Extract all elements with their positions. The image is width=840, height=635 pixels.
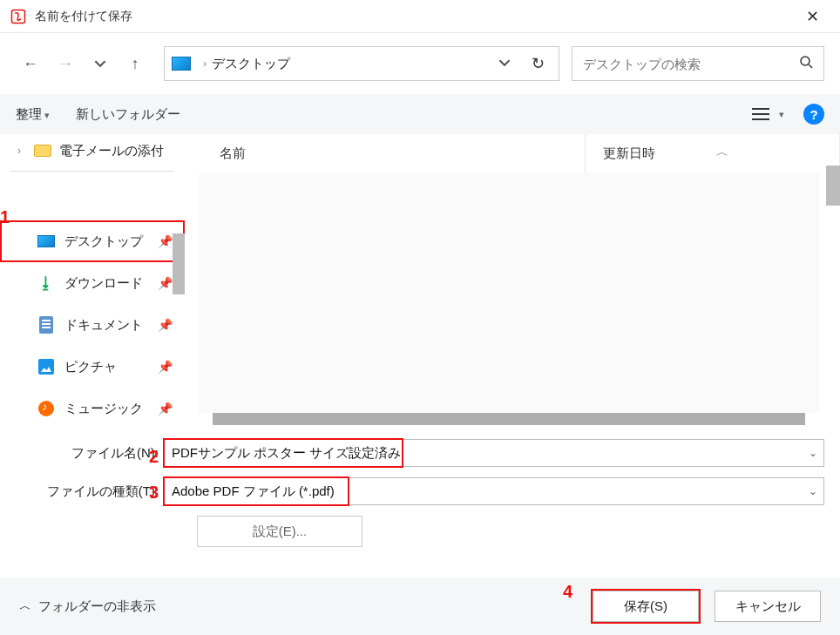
file-scrollbar-vertical[interactable]: [826, 166, 840, 206]
svg-point-1: [801, 57, 810, 65]
scroll-up-icon[interactable]: ︿: [716, 145, 728, 160]
save-button[interactable]: 保存(S): [593, 591, 699, 622]
chevron-right-icon: ›: [203, 57, 207, 70]
file-list-area[interactable]: [199, 172, 819, 413]
download-icon: ⭳: [38, 274, 54, 293]
help-button[interactable]: ?: [803, 104, 824, 125]
hide-folders-toggle[interactable]: ︿ フォルダーの非表示: [19, 598, 156, 615]
refresh-button[interactable]: ↻: [525, 54, 552, 73]
window-title: 名前を付けて保存: [35, 9, 795, 24]
chevron-up-icon: ︿: [19, 598, 31, 614]
filename-input[interactable]: PDFサンプル ポスター サイズ設定済み ⌄: [164, 439, 824, 467]
tree-label: 電子メールの添付: [59, 143, 164, 159]
view-mode-dropdown[interactable]: ▾: [779, 109, 784, 120]
search-icon: [799, 55, 813, 72]
pin-icon: 📌: [158, 234, 173, 248]
sidebar-item-downloads[interactable]: ⭳ ダウンロード 📌: [0, 262, 185, 304]
separator: [10, 171, 174, 172]
music-icon: [38, 401, 54, 416]
tree-item-email-attach[interactable]: › 電子メールの添付: [0, 134, 185, 167]
search-input[interactable]: [583, 57, 799, 71]
sidebar-item-documents[interactable]: ドキュメント 📌: [0, 304, 185, 346]
column-header-date[interactable]: 更新日時: [586, 145, 839, 162]
filename-value: PDFサンプル ポスター サイズ設定済み: [165, 445, 803, 462]
qa-label: ピクチャ: [64, 359, 117, 375]
search-box[interactable]: [572, 46, 824, 81]
mid-area: › 電子メールの添付 デスクトップ 📌 ⭳ ダウンロード 📌 ドキュメント 📌 …: [0, 134, 840, 430]
qa-label: ダウンロード: [64, 275, 143, 292]
column-header-name[interactable]: 名前: [185, 134, 586, 172]
up-button[interactable]: ↑: [120, 49, 150, 78]
recent-locations-button[interactable]: [85, 49, 115, 78]
filetype-value: Adobe PDF ファイル (*.pdf): [165, 483, 803, 500]
back-button[interactable]: ←: [16, 49, 45, 78]
filetype-select[interactable]: Adobe PDF ファイル (*.pdf) ⌄: [164, 477, 824, 505]
close-button[interactable]: ✕: [795, 7, 830, 26]
desktop-icon: [37, 235, 55, 247]
settings-button[interactable]: 設定(E)...: [197, 516, 362, 547]
svg-line-2: [809, 64, 812, 68]
filename-dropdown[interactable]: ⌄: [803, 447, 823, 459]
document-icon: [39, 316, 53, 334]
view-mode-button[interactable]: [749, 105, 772, 124]
toolbar: 整理 新しいフォルダー ▾ ?: [0, 94, 840, 134]
sidebar-item-pictures[interactable]: ピクチャ 📌: [0, 346, 185, 388]
location-text: デスクトップ: [212, 56, 484, 72]
qa-label: ドキュメント: [64, 317, 143, 334]
filetype-label: ファイルの種類(T):: [16, 483, 164, 500]
forward-button[interactable]: →: [51, 49, 80, 78]
pdf-app-icon: [10, 9, 26, 24]
sidebar-scrollbar[interactable]: [173, 233, 185, 294]
new-folder-button[interactable]: 新しいフォルダー: [76, 106, 180, 123]
nav-row: ← → ↑ › デスクトップ ↻: [0, 33, 840, 94]
folder-icon: [34, 145, 51, 157]
file-scrollbar-horizontal[interactable]: [213, 413, 805, 425]
pin-icon: 📌: [158, 360, 173, 374]
location-dropdown[interactable]: [491, 57, 518, 71]
qa-label: ミュージック: [64, 401, 143, 417]
address-bar[interactable]: › デスクトップ ↻: [164, 46, 559, 81]
sidebar: › 電子メールの添付 デスクトップ 📌 ⭳ ダウンロード 📌 ドキュメント 📌 …: [0, 134, 185, 430]
cancel-button[interactable]: キャンセル: [715, 591, 821, 622]
title-bar: 名前を付けて保存 ✕: [0, 0, 840, 33]
qa-label: デスクトップ: [64, 233, 143, 250]
filetype-dropdown[interactable]: ⌄: [803, 485, 823, 497]
footer: ︿ フォルダーの非表示 保存(S) キャンセル: [0, 578, 840, 635]
desktop-icon: [172, 57, 191, 71]
expand-icon[interactable]: ›: [17, 145, 30, 157]
pin-icon: 📌: [158, 276, 173, 290]
file-pane: 名前 更新日時 ︿: [185, 134, 840, 430]
sidebar-item-desktop[interactable]: デスクトップ 📌: [0, 220, 185, 262]
sidebar-item-music[interactable]: ミュージック 📌: [0, 388, 185, 429]
form-area: ファイル名(N): PDFサンプル ポスター サイズ設定済み ⌄ ファイルの種類…: [0, 430, 840, 552]
organize-menu[interactable]: 整理: [16, 106, 50, 123]
pin-icon: 📌: [158, 318, 173, 332]
pin-icon: 📌: [158, 402, 173, 415]
picture-icon: [38, 359, 54, 375]
filename-label: ファイル名(N):: [16, 445, 164, 462]
column-header-row: 名前 更新日時: [185, 134, 840, 172]
